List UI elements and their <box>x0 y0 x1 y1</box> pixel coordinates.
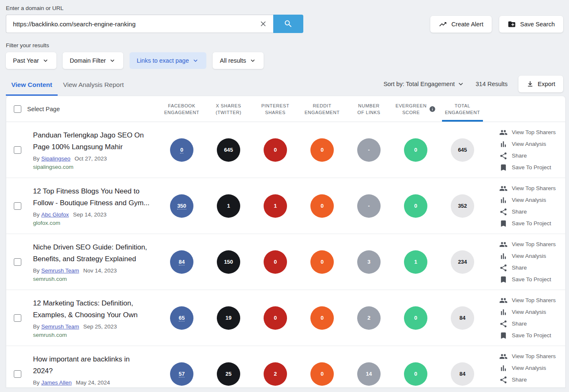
author-link[interactable]: Semrush Team <box>41 267 79 274</box>
view-analysis-link[interactable]: View Analysis <box>499 252 565 260</box>
col-reddit-engagement: REDDITENGAGEMENT <box>299 96 345 122</box>
bar-chart-icon <box>499 252 508 260</box>
filter-links-to-exact-page[interactable]: Links to exact page <box>130 52 206 69</box>
article-title[interactable]: Niche Driven SEO Guide: Definition, Bene… <box>33 242 151 265</box>
author-link[interactable]: James Allen <box>41 379 72 386</box>
filters-section: Filter your results Past Year Domain Fil… <box>6 42 563 69</box>
article-title[interactable]: Panduan Terlengkap Jago SEO On Page 100%… <box>33 130 151 153</box>
create-alert-label: Create Alert <box>451 21 483 28</box>
article-title[interactable]: 12 Marketing Tactics: Definition, Exampl… <box>33 298 151 321</box>
facebook-engagement-value[interactable]: 350 <box>170 194 193 218</box>
sort-by-label: Sort by: Total Engagement <box>384 81 455 87</box>
publish-date: May 24, 2024 <box>76 379 110 386</box>
x-shares-value: 19 <box>217 306 240 330</box>
view-top-sharers-link[interactable]: View Top Sharers <box>499 296 565 305</box>
reddit-engagement-value: 0 <box>310 194 334 218</box>
people-icon <box>499 184 508 193</box>
export-button[interactable]: Export <box>518 76 563 92</box>
number-of-links-value: 2 <box>357 306 381 330</box>
view-top-sharers-link[interactable]: View Top Sharers <box>499 352 565 361</box>
chevron-down-icon <box>42 57 49 64</box>
reddit-engagement-value: 0 <box>310 306 334 330</box>
number-of-links-value: - <box>357 194 381 218</box>
table-row: 12 Top Fitness Blogs You Need to Follow … <box>6 178 565 234</box>
facebook-engagement-value[interactable]: 57 <box>170 362 193 386</box>
share-link[interactable]: Share <box>499 152 565 160</box>
view-analysis-link[interactable]: View Analysis <box>499 196 565 204</box>
total-engagement-value: 645 <box>451 138 474 162</box>
tab-toolbar-row: View Content View Analysis Report Sort b… <box>0 76 569 96</box>
author-link[interactable]: Semrush Team <box>41 323 79 330</box>
share-link[interactable]: Share <box>499 264 565 272</box>
save-to-project-link[interactable]: Save To Project <box>499 163 565 172</box>
row-checkbox[interactable] <box>14 370 21 378</box>
bookmark-icon <box>499 163 508 172</box>
pinterest-shares-value: 1 <box>264 194 287 218</box>
facebook-engagement-value[interactable]: 0 <box>170 138 193 162</box>
table-header: Select Page FACEBOOKENGAGEMENT X SHARES(… <box>6 96 565 122</box>
pinterest-shares-value: 2 <box>264 362 287 386</box>
pinterest-shares-value: 0 <box>264 306 287 330</box>
filter-domain[interactable]: Domain Filter <box>63 52 123 69</box>
view-analysis-link[interactable]: View Analysis <box>499 308 565 316</box>
row-checkbox[interactable] <box>14 314 21 322</box>
chevron-down-icon <box>249 57 257 64</box>
clear-icon[interactable] <box>259 20 267 28</box>
sort-by-dropdown[interactable]: Sort by: Total Engagement <box>384 80 465 88</box>
share-link[interactable]: Share <box>499 320 565 328</box>
search-section: Enter a domain or URL Create Alert <box>0 0 569 69</box>
search-input[interactable] <box>6 15 273 33</box>
col-total-engagement[interactable]: TOTALENGAGEMENT <box>439 96 486 122</box>
by-prefix: By <box>33 323 40 330</box>
tab-view-content[interactable]: View Content <box>6 77 58 96</box>
create-alert-button[interactable]: Create Alert <box>430 16 492 33</box>
info-icon[interactable] <box>429 106 436 112</box>
share-icon <box>499 152 508 160</box>
bar-chart-icon <box>499 196 508 204</box>
bar-chart-icon <box>499 364 508 372</box>
select-page-checkbox[interactable] <box>14 105 21 113</box>
facebook-engagement-value[interactable]: 65 <box>170 306 193 330</box>
view-analysis-link[interactable]: View Analysis <box>499 364 565 372</box>
view-analysis-link[interactable]: View Analysis <box>499 140 565 148</box>
save-to-project-link[interactable]: Save To Project <box>499 387 565 388</box>
save-search-label: Save Search <box>520 21 555 28</box>
row-checkbox[interactable] <box>14 146 21 154</box>
author-link[interactable]: Sipalingseo <box>41 155 71 162</box>
view-top-sharers-link[interactable]: View Top Sharers <box>499 240 565 249</box>
search-button[interactable] <box>273 15 303 33</box>
col-pinterest-shares: PINTERESTSHARES <box>252 96 299 122</box>
table-row: Niche Driven SEO Guide: Definition, Bene… <box>6 234 565 290</box>
col-evergreen-score: EVERGREENSCORE <box>392 96 439 122</box>
export-label: Export <box>538 81 555 87</box>
tab-view-analysis-report[interactable]: View Analysis Report <box>58 77 129 96</box>
save-to-project-link[interactable]: Save To Project <box>499 331 565 340</box>
reddit-engagement-value: 0 <box>310 250 334 274</box>
folder-plus-icon <box>508 20 516 28</box>
chevron-down-icon <box>109 57 116 64</box>
filter-past-year[interactable]: Past Year <box>6 52 56 69</box>
search-icon <box>284 19 293 28</box>
view-top-sharers-link[interactable]: View Top Sharers <box>499 184 565 193</box>
article-title[interactable]: How important are backlinks in 2024? <box>33 354 151 377</box>
filters-label: Filter your results <box>6 42 563 48</box>
row-checkbox[interactable] <box>14 258 21 266</box>
share-link[interactable]: Share <box>499 376 565 384</box>
search-label: Enter a domain or URL <box>6 5 563 11</box>
share-link[interactable]: Share <box>499 208 565 216</box>
facebook-engagement-value[interactable]: 84 <box>170 250 193 274</box>
domain: semrush.com <box>33 332 151 338</box>
article-title[interactable]: 12 Top Fitness Blogs You Need to Follow … <box>33 186 151 209</box>
by-prefix: By <box>33 379 40 386</box>
table-row: How important are backlinks in 2024? ByJ… <box>6 346 565 387</box>
save-to-project-link[interactable]: Save To Project <box>499 275 565 284</box>
view-top-sharers-link[interactable]: View Top Sharers <box>499 128 565 137</box>
filter-all-results[interactable]: All results <box>213 52 264 69</box>
pinterest-shares-value: 0 <box>264 250 287 274</box>
save-search-button[interactable]: Save Search <box>499 16 563 33</box>
save-to-project-link[interactable]: Save To Project <box>499 219 565 228</box>
row-checkbox[interactable] <box>14 202 21 210</box>
publish-date: Sep 14, 2023 <box>73 211 107 218</box>
number-of-links-value: 14 <box>357 362 381 386</box>
author-link[interactable]: Abc Glofox <box>41 211 69 218</box>
